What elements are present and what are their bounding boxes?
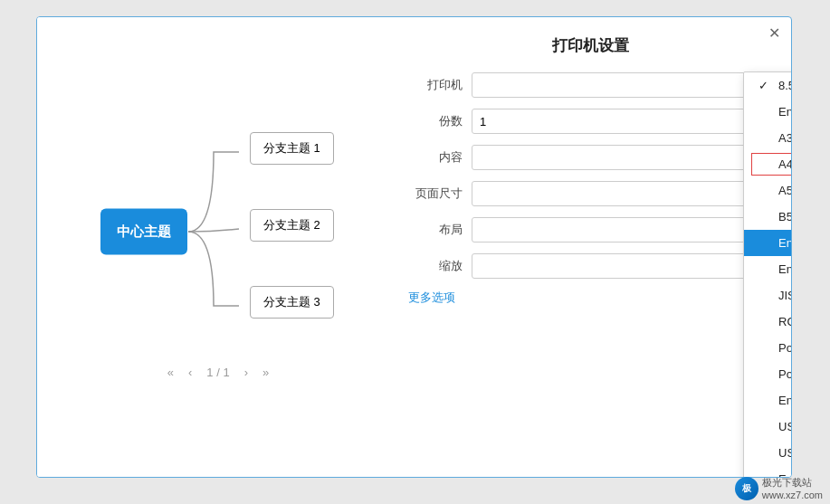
close-icon[interactable]: ✕: [768, 24, 780, 42]
content-select[interactable]: [472, 145, 773, 170]
pagesize-row: 页面尺寸: [408, 181, 773, 206]
pagesize-select[interactable]: [472, 181, 773, 206]
more-options-link[interactable]: 更多选项: [408, 290, 773, 306]
dropdown-item-label-a4: A4: [778, 157, 791, 171]
pagesize-label: 页面尺寸: [408, 185, 463, 202]
mind-map: 中心主题 分支主题 1 分支主题 2 分支主题 3: [73, 114, 363, 349]
dropdown-item-label-envelopedl: Envelope DL: [778, 262, 791, 276]
copies-row: 份数: [408, 109, 773, 134]
dropdown-item-usletter[interactable]: US Letter: [744, 414, 791, 440]
dropdown-item-label-jisb5: JIS B5: [778, 289, 791, 302]
dropdown-item-envelope10[interactable]: Envelope #10: [744, 99, 791, 125]
pagination: « ‹ 1 / 1 › »: [164, 364, 272, 381]
layout-row: 布局: [408, 217, 773, 242]
watermark: 极 极光下载站www.xz7.com: [735, 476, 823, 500]
dropdown-item-label-postcarddouble: Postcard Double Long Edge: [778, 367, 791, 381]
content-row: 内容: [408, 145, 773, 170]
main-window: ✕ 中心主题 分支主题 1 分支主题 2: [36, 16, 792, 478]
copies-label: 份数: [408, 113, 463, 129]
dropdown-item-8513[interactable]: ✓8.5*13: [744, 72, 791, 99]
dropdown-item-postcard[interactable]: Postcard: [744, 335, 791, 361]
center-node: 中心主题: [100, 208, 187, 254]
dropdown-item-b5[interactable]: B5: [744, 204, 791, 230]
page-indicator: 1 / 1: [203, 364, 233, 381]
dropdown-item-jisb5[interactable]: JIS B5: [744, 282, 791, 309]
scale-row: 缩放: [408, 253, 773, 279]
dropdown-item-envelopmonarch[interactable]: Envelop Monarch: [744, 387, 791, 414]
next-double-icon[interactable]: »: [259, 364, 272, 381]
prev-double-icon[interactable]: «: [164, 364, 177, 381]
dropdown-item-label-8513: 8.5*13: [778, 79, 791, 92]
dropdown-item-envelopec5[interactable]: Envelope C5: [744, 230, 791, 256]
dropdown-item-a3[interactable]: A3: [744, 125, 791, 151]
dropdown-item-postcarddouble[interactable]: Postcard Double Long Edge: [744, 361, 791, 387]
dropdown-item-roc16k[interactable]: ROC 16K: [744, 309, 791, 335]
dropdown-overlay: ✓8.5*13Envelope #10A3A4A5B5Envelope C5En…: [743, 71, 791, 477]
printer-label: 打印机: [408, 77, 463, 93]
settings-title: 打印机设置: [408, 35, 773, 56]
branch-1: 分支主题 1: [250, 132, 334, 165]
dropdown-item-label-envelopec5: Envelope C5: [778, 236, 791, 250]
printer-select[interactable]: [472, 72, 773, 98]
dropdown-item-uslegal[interactable]: US Legal: [744, 440, 791, 466]
dropdown-item-envelopedl[interactable]: Envelope DL: [744, 256, 791, 282]
copies-input[interactable]: [472, 109, 773, 134]
branch-3: 分支主题 3: [250, 286, 334, 319]
dropdown-item-label-b5: B5: [778, 210, 791, 223]
dropdown-item-label-envelope10: Envelope #10: [778, 105, 791, 119]
dropdown-item-label-uslegal: US Legal: [778, 446, 791, 460]
dropdown-item-label-postcard: Postcard: [778, 341, 791, 355]
preview-panel: 中心主题 分支主题 1 分支主题 2 分支主题 3 « ‹ 1 / 1 › »: [37, 17, 399, 477]
scale-input[interactable]: [472, 253, 773, 279]
watermark-logo: 极: [735, 477, 758, 500]
settings-panel: 打印机设置 打印机 份数 内容 页面尺寸 布局: [399, 17, 791, 477]
dropdown-item-label-a5: A5: [778, 184, 791, 197]
dropdown-item-label-usletter: US Letter: [778, 420, 791, 433]
dropdown-item-label-roc16k: ROC 16K: [778, 315, 791, 328]
layout-label: 布局: [408, 222, 463, 238]
dropdown-item-a5[interactable]: A5: [744, 177, 791, 204]
scale-label: 缩放: [408, 258, 463, 274]
branch-2: 分支主题 2: [250, 209, 334, 242]
watermark-text: 极光下载站www.xz7.com: [762, 476, 823, 500]
dropdown-item-label-envelopmonarch: Envelop Monarch: [778, 394, 791, 407]
next-icon[interactable]: ›: [241, 364, 252, 381]
content-label: 内容: [408, 149, 463, 166]
prev-icon[interactable]: ‹: [185, 364, 196, 381]
layout-select[interactable]: [472, 217, 773, 242]
check-mark-8513: ✓: [758, 79, 771, 92]
printer-row: 打印机: [408, 72, 773, 98]
branches: 分支主题 1 分支主题 2 分支主题 3: [214, 114, 363, 349]
dropdown-item-a4[interactable]: A4: [744, 151, 791, 177]
content-area: 中心主题 分支主题 1 分支主题 2 分支主题 3 « ‹ 1 / 1 › » …: [37, 17, 791, 477]
dropdown-item-label-a3: A3: [778, 131, 791, 145]
